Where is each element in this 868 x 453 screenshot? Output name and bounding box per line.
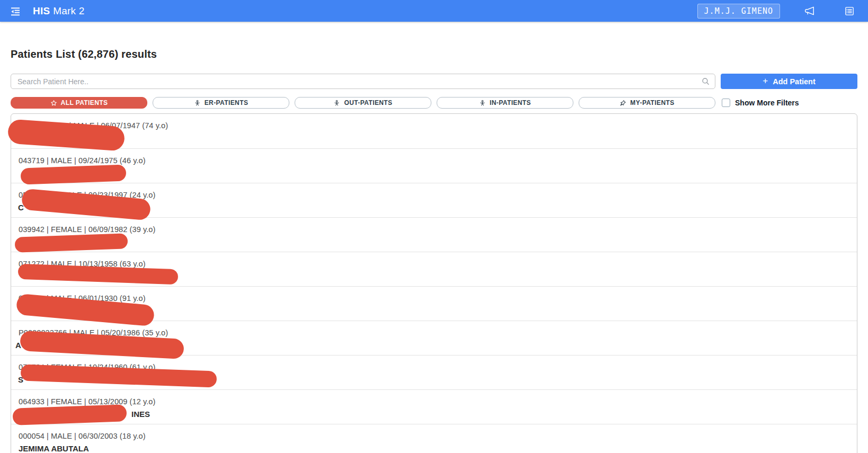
tab-er-patients[interactable]: ER-PATIENTS xyxy=(153,97,289,109)
plus-icon: + xyxy=(763,76,768,86)
redaction-scribble xyxy=(15,233,128,252)
app-header: HISMark 2 J.M.J. GIMENO xyxy=(0,0,868,22)
patient-row[interactable]: 071272 | MALE | 10/13/1958 (63 y.o) xyxy=(11,252,857,286)
star-icon xyxy=(50,100,57,106)
patient-summary: 043719 | MALE | 09/24/1975 (46 y.o) xyxy=(19,155,857,166)
patient-summary: 045889 | MALE | 06/01/1930 (91 y.o) xyxy=(19,293,857,304)
patient-list: P0000015541 | MALE | 06/07/1947 (74 y.o)… xyxy=(11,113,857,453)
filter-tabs: ALL PATIENTS ER-PATIENTS OUT-PATIENTS IN… xyxy=(11,97,715,109)
search-icon[interactable] xyxy=(701,77,710,88)
person-icon xyxy=(333,100,340,106)
tab-label: IN-PATIENTS xyxy=(490,99,531,106)
person-icon xyxy=(479,100,486,106)
pin-icon xyxy=(619,100,626,106)
tab-label: OUT-PATIENTS xyxy=(344,99,392,106)
show-more-filters[interactable]: Show More Filters xyxy=(722,99,799,107)
tab-label: ALL PATIENTS xyxy=(61,99,108,106)
redaction-scribble xyxy=(13,404,127,425)
tab-all-patients[interactable]: ALL PATIENTS xyxy=(11,97,147,109)
patient-name-fragment: JEMIMA ABUTALA xyxy=(19,443,89,453)
menu-icon[interactable] xyxy=(8,4,22,18)
patient-row[interactable]: 045889 | MALE | 06/01/1930 (91 y.o) xyxy=(11,286,857,321)
patient-name-fragment: INES xyxy=(131,409,150,420)
patient-row[interactable]: P0000022766 | MALE | 05/20/1986 (35 y.o)… xyxy=(11,321,857,355)
tab-out-patients[interactable]: OUT-PATIENTS xyxy=(295,97,431,109)
patient-row[interactable]: 054169 | FEMALE | 09/23/1997 (24 y.o) C xyxy=(11,183,857,217)
search-input[interactable] xyxy=(11,74,715,89)
patient-summary: 064933 | FEMALE | 05/13/2009 (12 y.o) xyxy=(19,396,857,407)
tab-my-patients[interactable]: MY-PATIENTS xyxy=(579,97,715,109)
patient-row[interactable]: 039942 | FEMALE | 06/09/1982 (39 y.o) xyxy=(11,217,857,252)
patient-row[interactable]: 073724 | FEMALE | 10/24/1960 (61 y.o) S xyxy=(11,355,857,389)
patient-row[interactable]: 043719 | MALE | 09/24/1975 (46 y.o) xyxy=(11,148,857,183)
list-menu-icon[interactable] xyxy=(843,4,856,18)
app-title: HISMark 2 xyxy=(33,5,85,17)
patient-row[interactable]: P0000015541 | MALE | 06/07/1947 (74 y.o) xyxy=(11,114,857,148)
patient-summary: P0000015541 | MALE | 06/07/1947 (74 y.o) xyxy=(19,120,857,131)
patient-row[interactable]: 000054 | MALE | 06/30/2003 (18 y.o) JEMI… xyxy=(11,424,857,453)
patient-row[interactable]: 064933 | FEMALE | 05/13/2009 (12 y.o) IN… xyxy=(11,389,857,424)
user-badge[interactable]: J.M.J. GIMENO xyxy=(697,4,780,19)
app-title-rest: Mark 2 xyxy=(53,5,84,16)
tab-label: ER-PATIENTS xyxy=(205,99,249,106)
show-more-filters-checkbox[interactable] xyxy=(722,99,730,107)
add-patient-label: Add Patient xyxy=(773,77,816,86)
announcements-icon[interactable] xyxy=(802,4,816,18)
add-patient-button[interactable]: + Add Patient xyxy=(721,74,857,89)
tab-in-patients[interactable]: IN-PATIENTS xyxy=(437,97,573,109)
show-more-filters-label: Show More Filters xyxy=(735,99,799,107)
app-title-bold: HIS xyxy=(33,5,50,16)
patient-summary: 054169 | FEMALE | 09/23/1997 (24 y.o) xyxy=(19,190,857,200)
patient-summary: P0000022766 | MALE | 05/20/1986 (35 y.o) xyxy=(19,327,857,338)
patient-summary: 071272 | MALE | 10/13/1958 (63 y.o) xyxy=(19,259,857,269)
patient-summary: 039942 | FEMALE | 06/09/1982 (39 y.o) xyxy=(19,224,857,235)
page-title: Patients List (62,876) results xyxy=(11,48,857,60)
tab-label: MY-PATIENTS xyxy=(630,99,674,106)
patient-summary: 000054 | MALE | 06/30/2003 (18 y.o) xyxy=(19,431,857,441)
redaction-scribble xyxy=(21,165,127,185)
person-icon xyxy=(194,100,201,106)
